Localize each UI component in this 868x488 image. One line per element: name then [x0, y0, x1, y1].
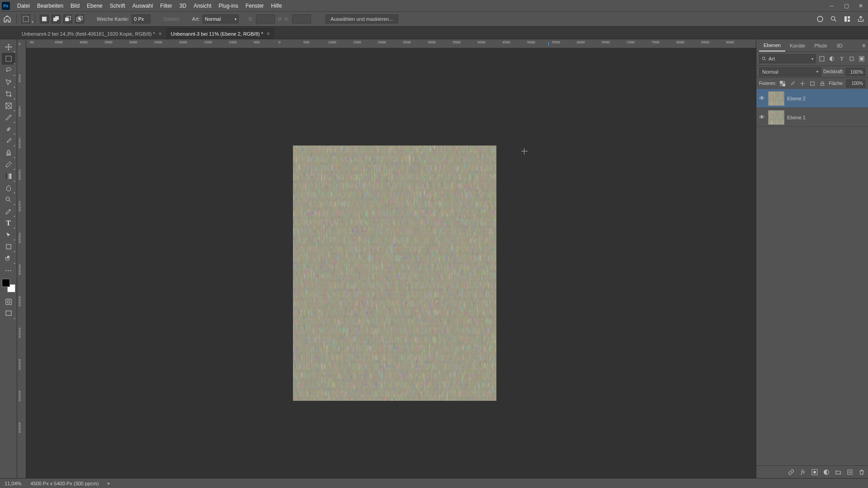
- maximize-button[interactable]: ▢: [839, 0, 854, 11]
- tab-close-icon[interactable]: ×: [267, 31, 270, 37]
- shape-tool[interactable]: [2, 241, 15, 253]
- feather-input[interactable]: [132, 14, 151, 23]
- quickmask-toggle[interactable]: [2, 296, 15, 308]
- filter-adjust-icon[interactable]: [828, 55, 835, 62]
- menu-3d[interactable]: 3D: [176, 0, 190, 11]
- doc-info[interactable]: 4500 Px x 5400 Px (300 ppcm): [30, 481, 99, 486]
- lock-transparent-icon[interactable]: [779, 80, 786, 87]
- filter-smart-icon[interactable]: [858, 55, 865, 62]
- eyedropper-tool[interactable]: [2, 112, 15, 123]
- zoom-level[interactable]: 11,04%: [5, 481, 21, 486]
- healing-tool[interactable]: [2, 123, 15, 135]
- layer-row[interactable]: 👁Ebene 2: [756, 89, 868, 108]
- type-tool[interactable]: T: [2, 217, 15, 229]
- horizontal-ruler[interactable]: 0045004000350030002500200015001000500050…: [26, 39, 756, 48]
- opacity-input[interactable]: 100%: [845, 68, 865, 76]
- gradient-tool[interactable]: [2, 170, 15, 182]
- move-tool[interactable]: [2, 41, 15, 53]
- layer-mask-icon[interactable]: [811, 469, 818, 476]
- blend-mode-select[interactable]: Normal▾: [759, 67, 821, 76]
- workspace-icon[interactable]: [843, 14, 852, 23]
- visibility-toggle[interactable]: 👁: [758, 95, 765, 102]
- lock-artboard-icon[interactable]: [809, 80, 816, 87]
- dodge-tool[interactable]: [2, 194, 15, 206]
- quick-select-tool[interactable]: [2, 76, 15, 88]
- menu-filter[interactable]: Filter: [156, 0, 176, 11]
- eraser-tool[interactable]: [2, 159, 15, 170]
- new-selection-icon[interactable]: [40, 14, 49, 23]
- share-icon[interactable]: [856, 14, 865, 23]
- marquee-tool[interactable]: [2, 53, 15, 65]
- document-tab[interactable]: Unbenannt-2 bei 14,3% (field-406181_1920…: [17, 28, 166, 39]
- svg-rect-0: [23, 16, 28, 22]
- hand-tool[interactable]: [2, 253, 15, 264]
- layer-search[interactable]: Art ▾: [759, 54, 816, 63]
- panel-tab-kanäle[interactable]: Kanäle: [785, 39, 810, 52]
- intersect-selection-icon[interactable]: [75, 14, 84, 23]
- antialias-checkbox: Glätten: [163, 16, 179, 22]
- menu-ebene[interactable]: Ebene: [83, 0, 106, 11]
- panel-tab-3d[interactable]: 3D: [832, 39, 847, 52]
- delete-layer-icon[interactable]: [858, 469, 865, 476]
- lock-all-icon[interactable]: [819, 80, 826, 87]
- document-tab[interactable]: Unbenannt-3 bei 11% (Ebene 2, RGB/8) *×: [166, 28, 274, 39]
- crop-tool[interactable]: [2, 88, 15, 100]
- foreground-swatch[interactable]: [2, 279, 10, 287]
- menu-fenster[interactable]: Fenster: [242, 0, 268, 11]
- marquee-tool-icon[interactable]: ▾: [21, 14, 30, 23]
- lasso-tool[interactable]: [2, 65, 15, 76]
- status-chevron-icon[interactable]: ▸: [108, 480, 110, 486]
- svg-line-25: [9, 200, 11, 202]
- minimize-button[interactable]: ─: [825, 0, 839, 11]
- cloud-docs-icon[interactable]: [816, 14, 825, 23]
- path-select-tool[interactable]: [2, 229, 15, 241]
- screenmode-toggle[interactable]: [2, 308, 15, 319]
- menu-bild[interactable]: Bild: [67, 0, 83, 11]
- lock-image-icon[interactable]: [789, 80, 796, 87]
- filter-pixel-icon[interactable]: [818, 55, 826, 62]
- link-layers-icon[interactable]: [788, 469, 795, 476]
- more-tools[interactable]: ⋯: [2, 264, 15, 276]
- stamp-tool[interactable]: [2, 147, 15, 159]
- svg-rect-45: [811, 82, 814, 85]
- panel-menu-icon[interactable]: ≡: [862, 42, 865, 49]
- tab-close-icon[interactable]: ×: [159, 31, 162, 37]
- menu-bearbeiten[interactable]: Bearbeiten: [33, 0, 67, 11]
- panel-tab-ebenen[interactable]: Ebenen: [759, 39, 785, 52]
- lock-position-icon[interactable]: [799, 80, 806, 87]
- menu-schrift[interactable]: Schrift: [106, 0, 129, 11]
- select-and-mask-button[interactable]: Auswählen und maskieren...: [326, 14, 398, 23]
- panel-tab-pfade[interactable]: Pfade: [810, 39, 832, 52]
- canvas[interactable]: [26, 48, 756, 478]
- layer-name[interactable]: Ebene 1: [787, 115, 806, 120]
- close-button[interactable]: ✕: [854, 0, 868, 11]
- home-icon[interactable]: [3, 14, 12, 23]
- fill-input[interactable]: 100%: [846, 80, 865, 88]
- menu-hilfe[interactable]: Hilfe: [268, 0, 286, 11]
- color-swatches[interactable]: [2, 279, 15, 292]
- layer-style-icon[interactable]: fx: [799, 469, 807, 476]
- layer-name[interactable]: Ebene 2: [787, 96, 806, 101]
- style-select[interactable]: Normal▾: [203, 14, 239, 23]
- width-input: [256, 14, 275, 23]
- vertical-ruler[interactable]: 0500100015002000250030003500400045005000…: [17, 39, 26, 478]
- frame-tool[interactable]: [2, 100, 15, 112]
- blur-tool[interactable]: [2, 182, 15, 194]
- add-selection-icon[interactable]: [52, 14, 61, 23]
- visibility-toggle[interactable]: 👁: [758, 114, 765, 121]
- group-icon[interactable]: [835, 469, 842, 476]
- subtract-selection-icon[interactable]: [63, 14, 72, 23]
- menu-auswahl[interactable]: Auswahl: [129, 0, 156, 11]
- filter-type-icon[interactable]: T: [838, 55, 845, 62]
- menu-plug-ins[interactable]: Plug-ins: [215, 0, 242, 11]
- filter-shape-icon[interactable]: [848, 55, 855, 62]
- menu-ansicht[interactable]: Ansicht: [190, 0, 215, 11]
- brush-tool[interactable]: [2, 135, 15, 147]
- adjustment-layer-icon[interactable]: [823, 469, 830, 476]
- search-icon[interactable]: [829, 14, 838, 23]
- new-layer-icon[interactable]: [846, 469, 854, 476]
- svg-rect-14: [848, 19, 850, 22]
- menu-datei[interactable]: Datei: [14, 0, 33, 11]
- pen-tool[interactable]: [2, 206, 15, 217]
- layer-row[interactable]: 👁Ebene 1: [756, 108, 868, 127]
